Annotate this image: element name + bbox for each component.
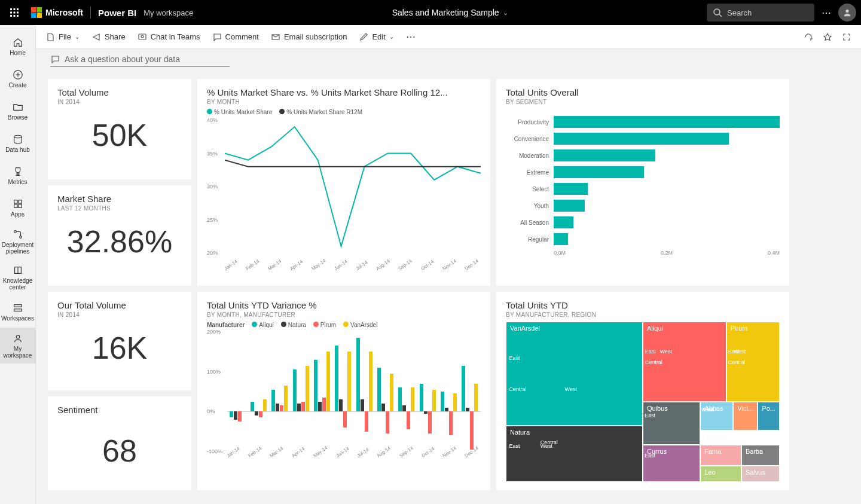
chart-legend: % Units Market Share % Units Market Shar… (207, 109, 481, 115)
mail-icon (271, 32, 280, 42)
cmd-label: Chat in Teams (151, 32, 200, 41)
sidebar-item-browse[interactable]: Browse (0, 94, 36, 127)
teams-icon (138, 32, 147, 42)
sidebar-item-myworkspace[interactable]: My workspace (0, 328, 36, 364)
legend-dot-icon (343, 322, 349, 327)
avatar[interactable] (838, 4, 856, 22)
sidebar-item-knowledge[interactable]: Knowledge center (0, 259, 36, 295)
tile-title: Total Units YTD Variance % (207, 300, 481, 310)
chat-teams-button[interactable]: Chat in Teams (138, 32, 200, 42)
chart-plot-area: VanArsdelEastCentralWestNaturaEastCentra… (506, 322, 780, 482)
person-icon (843, 8, 851, 17)
tile-hbar-chart[interactable]: Total Units Overall BY SEGMENT Productiv… (496, 79, 789, 286)
workspace-breadcrumb[interactable]: My workspace (144, 8, 193, 17)
sidebar-item-home[interactable]: Home (0, 30, 36, 62)
favorite-icon[interactable] (823, 32, 832, 42)
microsoft-icon (31, 7, 42, 18)
sidebar-label: Workspaces (1, 315, 34, 322)
svg-rect-6 (10, 15, 12, 17)
tile-our-volume[interactable]: Our Total Volume IN 2014 16K (48, 292, 191, 390)
tile-subtitle: BY MANUFACTURER, REGION (506, 311, 780, 318)
qna-placeholder: Ask a question about your data (65, 54, 180, 64)
email-button[interactable]: Email subscription (271, 32, 347, 42)
legend-label: % Units Market Share (214, 109, 272, 115)
legend-dot-icon (313, 322, 319, 327)
dashboard-canvas: Total Volume IN 2014 50K Market Share LA… (36, 72, 861, 504)
svg-rect-14 (14, 200, 17, 203)
fullscreen-icon[interactable] (842, 32, 851, 42)
tile-treemap[interactable]: Total Units YTD BY MANUFACTURER, REGION … (496, 292, 789, 490)
svg-rect-2 (17, 8, 19, 10)
file-menu[interactable]: File⌄ (45, 32, 80, 42)
tile-total-volume[interactable]: Total Volume IN 2014 50K (48, 79, 191, 179)
chevron-down-icon[interactable]: ⌄ (503, 9, 508, 17)
svg-rect-20 (14, 304, 22, 307)
microsoft-logo: Microsoft (31, 7, 83, 18)
sidebar-item-datahub[interactable]: Data hub (0, 127, 36, 159)
legend-dot-icon (207, 109, 212, 114)
more-commands-icon[interactable]: ⋯ (406, 31, 416, 42)
tile-subtitle: BY MONTH, MANUFACTURER (207, 311, 481, 318)
search-icon (713, 8, 722, 17)
divider (90, 7, 91, 19)
svg-point-22 (16, 335, 19, 338)
tile-column-chart[interactable]: Total Units YTD Variance % BY MONTH, MAN… (197, 292, 490, 490)
report-title[interactable]: Sales and Marketing Sample (392, 8, 499, 17)
sidebar-item-metrics[interactable]: Metrics (0, 159, 36, 191)
tile-title: % Units Market Share vs. % Units Market … (207, 87, 481, 97)
tile-sentiment[interactable]: Sentiment 68 (48, 396, 191, 490)
app-launcher-icon[interactable] (5, 3, 24, 22)
cmd-label: Comment (225, 32, 259, 41)
svg-rect-17 (18, 204, 21, 207)
share-button[interactable]: Share (91, 32, 126, 42)
legend-title: Manufacturer (207, 322, 245, 328)
sidebar-label: Apps (11, 211, 25, 218)
svg-point-24 (141, 35, 144, 38)
file-icon (45, 32, 55, 42)
svg-rect-15 (18, 200, 21, 203)
refresh-icon[interactable] (804, 32, 813, 42)
share-icon (91, 32, 101, 42)
sidebar-label: Metrics (8, 179, 27, 185)
legend-label: Aliqui (259, 322, 273, 328)
person-icon (12, 332, 24, 344)
chat-icon (50, 54, 60, 64)
tile-subtitle: IN 2014 (57, 99, 182, 105)
svg-point-19 (19, 236, 22, 239)
svg-rect-3 (10, 12, 12, 14)
tile-title: Market Share (57, 194, 182, 204)
comment-button[interactable]: Comment (212, 32, 259, 42)
sidebar-item-create[interactable]: Create (0, 62, 36, 94)
svg-point-11 (845, 10, 848, 13)
sidebar-label: Deployment pipelines (0, 242, 36, 255)
chevron-down-icon: ⌄ (75, 33, 80, 40)
edit-button[interactable]: Edit⌄ (359, 32, 393, 42)
chart-plot-area: -100%0%100%200%Jan-14Feb-14Mar-14Apr-14M… (207, 332, 481, 469)
cmd-label: File (59, 32, 71, 41)
tile-line-chart[interactable]: % Units Market Share vs. % Units Market … (197, 79, 490, 286)
kpi-value: 32.86% (57, 224, 182, 259)
pencil-icon (359, 32, 368, 42)
search-input[interactable]: Search (707, 4, 814, 22)
svg-rect-21 (14, 308, 22, 311)
command-bar: File⌄ Share Chat in Teams Comment Email … (36, 25, 861, 49)
sidebar-label: Knowledge center (0, 277, 36, 291)
sidebar-item-apps[interactable]: Apps (0, 191, 36, 224)
product-name[interactable]: Power BI (98, 8, 136, 18)
tile-title: Total Volume (57, 87, 182, 97)
svg-rect-5 (17, 12, 19, 14)
svg-rect-0 (10, 8, 12, 10)
more-icon[interactable]: ⋯ (822, 7, 831, 19)
qna-input[interactable]: Ask a question about your data (50, 54, 230, 67)
database-icon (12, 133, 24, 145)
legend-label: Natura (288, 322, 306, 328)
sidebar-label: Home (10, 50, 26, 56)
apps-icon (12, 198, 24, 210)
plus-circle-icon (12, 69, 24, 81)
book-icon (12, 264, 24, 276)
svg-point-13 (14, 135, 22, 138)
kpi-value: 68 (57, 433, 182, 469)
sidebar-item-deployment[interactable]: Deployment pipelines (0, 224, 36, 259)
sidebar-item-workspaces[interactable]: Workspaces (0, 295, 36, 328)
tile-market-share[interactable]: Market Share LAST 12 MONTHS 32.86% (48, 185, 191, 286)
